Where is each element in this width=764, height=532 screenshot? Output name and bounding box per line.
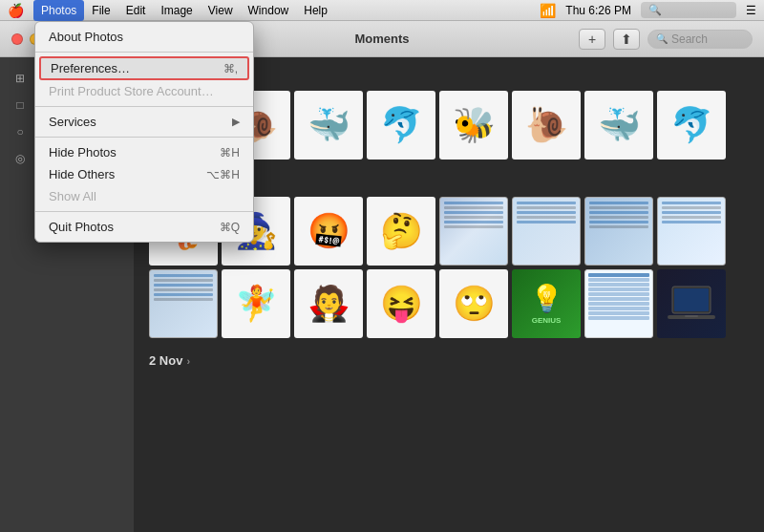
menu-hide-photos[interactable]: Hide Photos ⌘H: [35, 141, 253, 163]
menu-window[interactable]: Window: [241, 0, 297, 21]
date-section-nov2: 2 Nov ›: [149, 353, 749, 368]
search-placeholder: Search: [671, 32, 708, 46]
toolbar-title: Moments: [354, 32, 409, 46]
menu-services[interactable]: Services ▶: [35, 111, 253, 133]
menu-quit-photos[interactable]: Quit Photos ⌘Q: [35, 216, 253, 238]
albums-icon: □: [11, 96, 29, 114]
menu-file[interactable]: File: [84, 0, 117, 21]
photo-genius[interactable]: 💡 GENIUS: [512, 269, 581, 338]
menu-about-photos[interactable]: About Photos: [35, 26, 253, 48]
photo-whale1[interactable]: 🐳: [294, 91, 363, 160]
menu-bar-right: 📶 Thu 6:26 PM 🔍 ☰: [540, 2, 756, 18]
photo-laptop[interactable]: [657, 269, 726, 338]
moments-icon: ⊞: [11, 70, 29, 87]
menu-view[interactable]: View: [201, 0, 241, 21]
notification-icon[interactable]: ☰: [746, 4, 756, 17]
screenshot-3[interactable]: [584, 197, 653, 266]
quit-shortcut: ⌘Q: [220, 221, 240, 234]
wifi-icon: 📶: [540, 3, 556, 18]
photo-fairy[interactable]: 🧚: [222, 269, 290, 338]
spotlight-search[interactable]: 🔍: [641, 2, 736, 18]
hide-photos-shortcut: ⌘H: [220, 146, 240, 160]
photos-menu: About Photos Preferences… ⌘, Print Produ…: [34, 21, 254, 243]
menu-separator-1: [35, 52, 253, 53]
add-button[interactable]: +: [579, 29, 605, 50]
clock: Thu 6:26 PM: [565, 4, 631, 17]
search-icon: 🔍: [648, 4, 662, 16]
screenshot-5[interactable]: [149, 269, 218, 338]
menu-photos[interactable]: Photos: [33, 0, 84, 21]
photo-angry[interactable]: 🤬: [294, 197, 363, 266]
date-label-nov2: 2 Nov: [149, 353, 182, 368]
svg-rect-3: [685, 315, 698, 317]
menu-separator-2: [35, 106, 253, 107]
close-button[interactable]: [11, 33, 23, 45]
date-header-nov2: 2 Nov ›: [149, 353, 749, 368]
toolbar-right: + ⬆ 🔍 Search: [579, 29, 753, 50]
menu-separator-3: [35, 137, 253, 138]
menu-print-product: Print Product Store Account…: [35, 80, 253, 102]
photo-eyeroll[interactable]: 🙄: [439, 269, 508, 338]
menu-show-all: Show All: [35, 185, 253, 207]
photo-thinking[interactable]: 🤔: [367, 197, 435, 266]
photo-bee2[interactable]: 🐝: [439, 91, 508, 160]
menu-bar: 🍎 Photos File Edit Image View Window Hel…: [0, 0, 764, 21]
photo-spreadsheet[interactable]: [584, 269, 653, 338]
hide-others-shortcut: ⌥⌘H: [206, 168, 240, 181]
menu-preferences[interactable]: Preferences… ⌘,: [39, 56, 249, 80]
faces-icon: ○: [11, 123, 29, 140]
menu-edit[interactable]: Edit: [118, 0, 154, 21]
photo-dolphin2[interactable]: 🐬: [657, 91, 726, 160]
search-box[interactable]: 🔍 Search: [647, 30, 753, 49]
screenshot-2[interactable]: [512, 197, 581, 266]
photo-whale2[interactable]: 🐳: [584, 91, 653, 160]
screenshot-4[interactable]: [657, 197, 726, 266]
places-icon: ◎: [11, 150, 29, 167]
photo-vampire[interactable]: 🧛: [294, 269, 363, 338]
apple-menu-icon[interactable]: 🍎: [8, 3, 24, 18]
services-arrow: ▶: [232, 116, 240, 128]
menu-image[interactable]: Image: [153, 0, 200, 21]
preferences-shortcut: ⌘,: [223, 62, 238, 75]
photo-dolphin1[interactable]: 🐬: [367, 91, 435, 160]
screenshot-1[interactable]: [439, 197, 508, 266]
share-button[interactable]: ⬆: [613, 29, 640, 50]
photo-silly[interactable]: 😝: [367, 269, 435, 338]
svg-rect-1: [674, 288, 709, 311]
search-icon: 🔍: [656, 33, 668, 44]
menu-separator-4: [35, 211, 253, 212]
menu-help[interactable]: Help: [296, 0, 335, 21]
date-arrow-nov2[interactable]: ›: [186, 355, 190, 367]
photo-snail2[interactable]: 🐌: [512, 91, 581, 160]
menu-hide-others[interactable]: Hide Others ⌥⌘H: [35, 163, 253, 185]
